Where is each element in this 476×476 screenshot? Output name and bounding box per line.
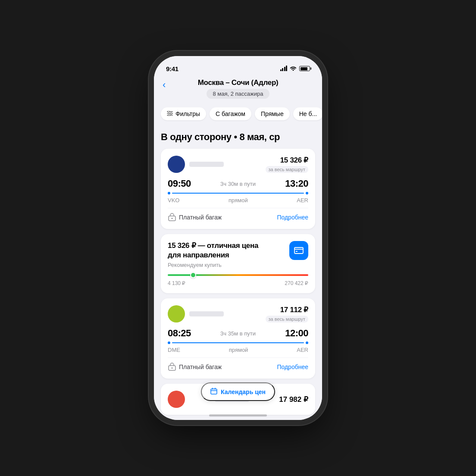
airline-logo-1 — [168, 156, 185, 173]
flight-line-1 — [168, 192, 308, 194]
flight-dot-arr-2 — [306, 341, 308, 344]
arrival-airport-1: AER — [297, 197, 308, 204]
flight-dot-arr-1 — [306, 192, 308, 194]
price-range-row: 4 130 ₽ 270 422 ₽ — [168, 280, 308, 286]
flight-times-row-1: 09:50 3ч 30м в пути 13:20 — [168, 178, 308, 189]
baggage-lock-icon-2 — [168, 362, 176, 372]
flight-route-line-2 — [172, 342, 304, 343]
price-banner-sub: Рекомендуем купить — [168, 262, 271, 268]
svg-rect-12 — [211, 389, 217, 394]
back-button[interactable]: ‹ — [163, 79, 166, 91]
airline-name-2 — [189, 311, 224, 316]
price-slider-track — [168, 274, 308, 276]
price-peek: 17 982 ₽ — [279, 395, 308, 404]
departure-time-1: 09:50 — [168, 178, 191, 189]
header-title: Москва – Сочи (Адлер) — [198, 78, 279, 87]
airport-row-1: VKO прямой AER — [168, 197, 308, 204]
filter-chip-direct[interactable]: Прямые — [255, 107, 290, 120]
phone-shell: 9:41 ‹ Москва – Сочи (Адлер) 8 — [154, 56, 322, 420]
price-banner-header: 15 326 ₽ — отличная цена для направления… — [168, 241, 308, 273]
header: ‹ Москва – Сочи (Адлер) 8 мая, 2 пассажи… — [154, 75, 322, 104]
calendar-button[interactable]: Календарь цен — [201, 382, 275, 401]
price-slider-dot — [190, 272, 196, 278]
departure-time-2: 08:25 — [168, 328, 191, 339]
price-banner-title: 15 326 ₽ — отличная цена для направления — [168, 241, 271, 260]
flight-dot-dep-2 — [168, 341, 170, 344]
airport-row-2: DME прямой AER — [168, 347, 308, 353]
filter-label-filters: Фильтры — [175, 110, 200, 117]
price-range-min: 4 130 ₽ — [168, 280, 185, 286]
filter-label-baggage: С багажом — [216, 110, 245, 117]
baggage-info-1: Платный багаж — [168, 213, 222, 222]
header-subtitle: 8 мая, 2 пассажира — [207, 89, 269, 99]
baggage-info-2: Платный багаж — [168, 362, 222, 372]
price-amount-1: 15 326 ₽ — [266, 156, 309, 165]
flight-line-2 — [168, 341, 308, 344]
status-time: 9:41 — [166, 65, 178, 72]
price-label-2: за весь маршрут — [266, 316, 309, 323]
wifi-icon — [290, 65, 297, 72]
baggage-lock-icon-1 — [168, 213, 176, 222]
svg-rect-8 — [294, 247, 303, 254]
stop-type-1: прямой — [229, 197, 248, 204]
section-title: В одну сторону • 8 мая, ср — [161, 132, 315, 143]
duration-1: 3ч 30м в пути — [220, 181, 256, 187]
calendar-icon — [210, 388, 217, 396]
price-banner-text: 15 326 ₽ — отличная цена для направления… — [168, 241, 271, 273]
svg-point-11 — [172, 367, 173, 369]
filter-label-notbaggage: Не б... — [299, 110, 317, 117]
flight-card-2[interactable]: 17 112 ₽ за весь маршрут 08:25 3ч 35м в … — [161, 298, 315, 379]
filter-chip-baggage[interactable]: С багажом — [210, 107, 251, 120]
departure-airport-1: VKO — [168, 197, 179, 204]
svg-point-7 — [172, 218, 173, 219]
price-banner-icon — [289, 241, 308, 260]
price-label-1: за весь маршрут — [266, 166, 309, 173]
scroll-content: В одну сторону • 8 мая, ср 15 326 ₽ за в… — [154, 125, 322, 420]
status-icons — [280, 65, 310, 72]
baggage-text-2: Платный багаж — [179, 363, 222, 370]
airline-name-1 — [189, 162, 224, 167]
airline-info-2 — [168, 305, 224, 323]
baggage-row-1: Платный багаж Подробнее — [168, 208, 308, 222]
card-top-row-1: 15 326 ₽ за весь маршрут — [168, 156, 308, 173]
arrival-time-2: 12:00 — [285, 328, 308, 339]
price-amount-2: 17 112 ₽ — [266, 305, 309, 314]
price-range-max: 270 422 ₽ — [285, 280, 308, 286]
flight-dot-dep-1 — [168, 192, 170, 194]
baggage-row-2: Платный багаж Подробнее — [168, 357, 308, 372]
filter-chip-filters[interactable]: Фильтры — [161, 107, 206, 120]
flight-times-row-2: 08:25 3ч 35м в пути 12:00 — [168, 328, 308, 339]
filter-bar: Фильтры С багажом Прямые Не б... — [154, 104, 322, 125]
home-indicator — [209, 414, 267, 416]
status-bar: 9:41 — [154, 56, 322, 75]
price-banner-card: 15 326 ₽ — отличная цена для направления… — [161, 234, 315, 293]
signal-bars-icon — [280, 66, 288, 71]
flight-route-line-1 — [172, 193, 304, 194]
filters-icon — [167, 110, 173, 117]
svg-point-3 — [168, 111, 169, 113]
price-block-1: 15 326 ₽ за весь маршрут — [266, 156, 309, 173]
svg-point-4 — [170, 113, 172, 114]
price-block-2: 17 112 ₽ за весь маршрут — [266, 305, 309, 323]
svg-rect-9 — [296, 251, 298, 252]
flight-card-1[interactable]: 15 326 ₽ за весь маршрут 09:50 3ч 30м в … — [161, 149, 315, 229]
details-button-1[interactable]: Подробнее — [277, 214, 308, 221]
duration-2: 3ч 35м в пути — [220, 330, 256, 337]
price-amount-peek: 17 982 ₽ — [279, 395, 308, 404]
arrival-airport-2: AER — [297, 347, 308, 353]
airline-logo-2 — [168, 305, 185, 323]
calendar-btn-label: Календарь цен — [221, 388, 266, 395]
battery-icon — [299, 66, 310, 71]
filter-chip-notbaggage[interactable]: Не б... — [293, 107, 322, 120]
stop-type-2: прямой — [229, 347, 248, 353]
svg-point-5 — [168, 114, 170, 116]
baggage-text-1: Платный багаж — [179, 214, 222, 221]
airline-info-1 — [168, 156, 224, 173]
card-top-row-2: 17 112 ₽ за весь маршрут — [168, 305, 308, 323]
airline-logo-peek — [168, 391, 185, 408]
arrival-time-1: 13:20 — [285, 178, 308, 189]
price-slider — [168, 273, 308, 277]
details-button-2[interactable]: Подробнее — [277, 363, 308, 370]
departure-airport-2: DME — [168, 347, 180, 353]
filter-label-direct: Прямые — [261, 110, 284, 117]
